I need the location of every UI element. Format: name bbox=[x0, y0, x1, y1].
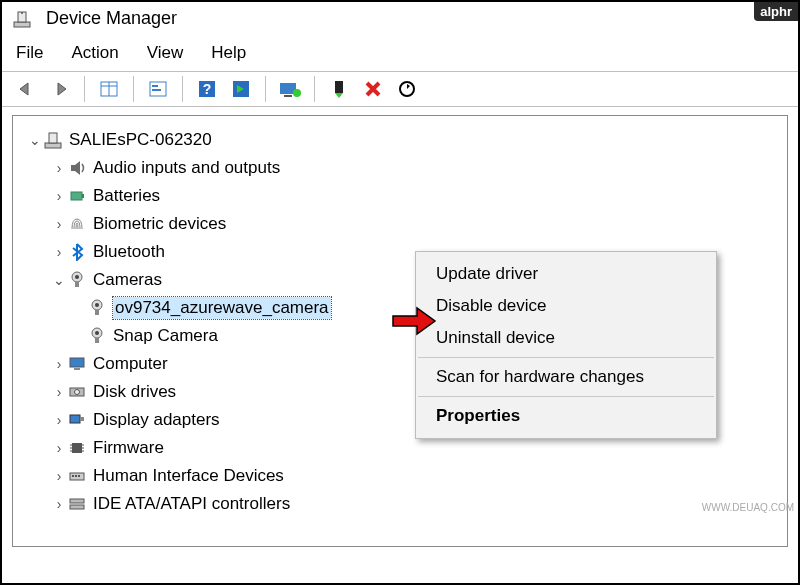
chevron-right-icon[interactable]: › bbox=[51, 468, 67, 484]
tree-item-ide[interactable]: ›IDE ATA/ATAPI controllers bbox=[27, 490, 773, 518]
svg-rect-34 bbox=[70, 415, 80, 423]
brand-badge: alphr bbox=[754, 2, 798, 21]
audio-icon bbox=[67, 158, 87, 178]
svg-rect-46 bbox=[78, 475, 80, 477]
tree-item-label: Display adapters bbox=[93, 410, 220, 430]
svg-rect-17 bbox=[45, 143, 61, 148]
disk-icon bbox=[67, 382, 87, 402]
svg-rect-13 bbox=[284, 95, 292, 97]
toolbar-separator bbox=[133, 76, 134, 102]
svg-rect-20 bbox=[82, 194, 84, 198]
annotation-arrow-icon bbox=[391, 306, 437, 340]
tree-item-label: Cameras bbox=[93, 270, 162, 290]
svg-rect-48 bbox=[70, 505, 84, 509]
toolbar-separator bbox=[265, 76, 266, 102]
ctx-separator bbox=[418, 357, 714, 358]
bluetooth-icon bbox=[67, 242, 87, 262]
tree-item-label: Snap Camera bbox=[113, 326, 218, 346]
ctx-scan-hardware[interactable]: Scan for hardware changes bbox=[416, 361, 716, 393]
tree-item-label: Audio inputs and outputs bbox=[93, 158, 280, 178]
tree-root[interactable]: ⌄ SALIEsPC-062320 bbox=[27, 126, 773, 154]
tree-item-label: Batteries bbox=[93, 186, 160, 206]
menu-action[interactable]: Action bbox=[71, 43, 118, 63]
svg-rect-18 bbox=[49, 133, 57, 143]
chevron-right-icon[interactable]: › bbox=[51, 384, 67, 400]
svg-point-14 bbox=[293, 89, 301, 97]
camera-icon bbox=[67, 270, 87, 290]
ctx-update-driver[interactable]: Update driver bbox=[416, 258, 716, 290]
svg-text:?: ? bbox=[203, 81, 212, 97]
svg-rect-45 bbox=[75, 475, 77, 477]
tree-item-label: ov9734_azurewave_camera bbox=[113, 297, 331, 319]
tree-item-batteries[interactable]: ›Batteries bbox=[27, 182, 773, 210]
app-icon bbox=[12, 9, 32, 29]
uninstall-device-button[interactable] bbox=[359, 76, 387, 102]
toolbar-separator bbox=[314, 76, 315, 102]
svg-rect-0 bbox=[14, 22, 30, 27]
chevron-right-icon[interactable]: › bbox=[51, 188, 67, 204]
show-hidden-button[interactable] bbox=[95, 76, 123, 102]
toolbar-separator bbox=[182, 76, 183, 102]
chevron-down-icon[interactable]: ⌄ bbox=[51, 272, 67, 288]
tree-root-label: SALIEsPC-062320 bbox=[69, 130, 212, 150]
svg-rect-19 bbox=[71, 192, 82, 200]
context-menu: Update driver Disable device Uninstall d… bbox=[415, 251, 717, 439]
scan-hardware-button[interactable] bbox=[393, 76, 421, 102]
menu-view[interactable]: View bbox=[147, 43, 184, 63]
fingerprint-icon bbox=[67, 214, 87, 234]
svg-rect-8 bbox=[152, 89, 161, 91]
ctx-uninstall-device[interactable]: Uninstall device bbox=[416, 322, 716, 354]
chevron-right-icon[interactable]: › bbox=[51, 356, 67, 372]
svg-point-25 bbox=[95, 303, 99, 307]
help-button[interactable]: ? bbox=[193, 76, 221, 102]
update-driver-button[interactable] bbox=[276, 76, 304, 102]
display-adapter-icon bbox=[67, 410, 87, 430]
device-tree[interactable]: ⌄ SALIEsPC-062320 ›Audio inputs and outp… bbox=[12, 115, 788, 547]
svg-rect-15 bbox=[335, 81, 343, 93]
watermark: WWW.DEUAQ.COM bbox=[702, 502, 794, 513]
ide-icon bbox=[67, 494, 87, 514]
ctx-disable-device[interactable]: Disable device bbox=[416, 290, 716, 322]
tree-item-label: Bluetooth bbox=[93, 242, 165, 262]
tree-item-label: Human Interface Devices bbox=[93, 466, 284, 486]
svg-point-22 bbox=[75, 275, 79, 279]
properties-button[interactable] bbox=[144, 76, 172, 102]
chevron-right-icon[interactable]: › bbox=[51, 244, 67, 260]
tree-item-label: IDE ATA/ATAPI controllers bbox=[93, 494, 290, 514]
chevron-right-icon[interactable]: › bbox=[51, 440, 67, 456]
tree-item-biometric[interactable]: ›Biometric devices bbox=[27, 210, 773, 238]
toolbar: ? bbox=[2, 71, 798, 107]
svg-point-28 bbox=[95, 331, 99, 335]
ctx-properties[interactable]: Properties bbox=[416, 400, 716, 432]
tree-item-label: Biometric devices bbox=[93, 214, 226, 234]
svg-rect-26 bbox=[95, 310, 99, 315]
chevron-right-icon[interactable]: › bbox=[51, 160, 67, 176]
svg-rect-47 bbox=[70, 499, 84, 503]
svg-rect-35 bbox=[80, 417, 84, 421]
chevron-right-icon[interactable]: › bbox=[51, 496, 67, 512]
camera-icon bbox=[87, 326, 107, 346]
svg-rect-23 bbox=[75, 282, 79, 287]
tree-item-hid[interactable]: ›Human Interface Devices bbox=[27, 462, 773, 490]
toolbar-separator bbox=[84, 76, 85, 102]
menu-file[interactable]: File bbox=[16, 43, 43, 63]
enable-device-button[interactable] bbox=[325, 76, 353, 102]
chevron-down-icon[interactable]: ⌄ bbox=[27, 132, 43, 148]
tree-item-audio[interactable]: ›Audio inputs and outputs bbox=[27, 154, 773, 182]
display-button[interactable] bbox=[227, 76, 255, 102]
window-title: Device Manager bbox=[46, 8, 177, 29]
menu-help[interactable]: Help bbox=[211, 43, 246, 63]
battery-icon bbox=[67, 186, 87, 206]
menu-bar: File Action View Help bbox=[2, 35, 798, 71]
monitor-icon bbox=[67, 354, 87, 374]
chevron-right-icon[interactable]: › bbox=[51, 216, 67, 232]
chevron-right-icon[interactable]: › bbox=[51, 412, 67, 428]
svg-rect-7 bbox=[152, 85, 158, 87]
svg-rect-31 bbox=[74, 368, 80, 370]
tree-item-label: Firmware bbox=[93, 438, 164, 458]
computer-icon bbox=[43, 130, 63, 150]
title-bar: Device Manager bbox=[2, 2, 798, 35]
tree-item-label: Computer bbox=[93, 354, 168, 374]
back-button[interactable] bbox=[12, 76, 40, 102]
forward-button[interactable] bbox=[46, 76, 74, 102]
